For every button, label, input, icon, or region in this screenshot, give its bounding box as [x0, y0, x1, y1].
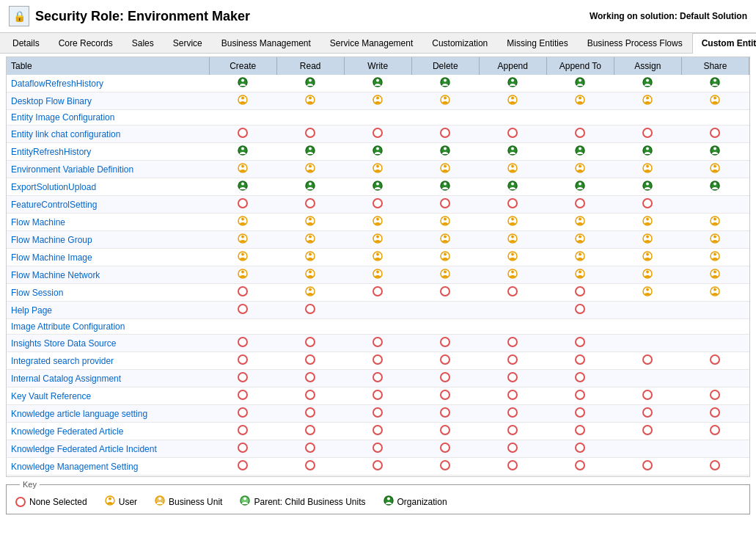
- table-cell-share[interactable]: [681, 319, 749, 335]
- table-cell-assign[interactable]: [614, 319, 681, 335]
- table-cell-append[interactable]: [479, 75, 546, 92]
- table-cell-write[interactable]: [344, 266, 411, 284]
- table-cell-assign[interactable]: [614, 423, 681, 440]
- table-cell-append[interactable]: [479, 458, 546, 476]
- table-cell-name[interactable]: DataflowRefreshHistory: [7, 75, 209, 92]
- table-cell-appendto[interactable]: [546, 110, 614, 125]
- table-cell-name[interactable]: Knowledge Federated Article: [7, 423, 209, 440]
- table-cell-name[interactable]: Flow Machine: [7, 214, 209, 231]
- table-cell-create[interactable]: [209, 458, 276, 476]
- table-cell-read[interactable]: [276, 75, 344, 92]
- table-cell-assign[interactable]: [614, 352, 681, 370]
- table-cell-read[interactable]: [276, 440, 344, 458]
- tab-business-management[interactable]: Business Management: [212, 33, 320, 53]
- table-cell-appendto[interactable]: [546, 249, 614, 266]
- table-cell-read[interactable]: [276, 125, 344, 143]
- table-cell-create[interactable]: [209, 214, 276, 231]
- table-cell-delete[interactable]: [411, 352, 479, 370]
- table-cell-read[interactable]: [276, 178, 344, 196]
- table-cell-create[interactable]: [209, 249, 276, 266]
- table-cell-share[interactable]: [681, 196, 749, 214]
- table-cell-name[interactable]: Insights Store Data Source: [7, 335, 209, 352]
- table-cell-assign[interactable]: [614, 75, 681, 92]
- table-cell-append[interactable]: [479, 440, 546, 458]
- tab-missing-entities[interactable]: Missing Entities: [497, 33, 577, 53]
- table-cell-assign[interactable]: [614, 161, 681, 178]
- table-cell-write[interactable]: [344, 387, 411, 405]
- table-cell-write[interactable]: [344, 458, 411, 476]
- table-cell-create[interactable]: [209, 335, 276, 352]
- table-cell-write[interactable]: [344, 335, 411, 352]
- tab-sales[interactable]: Sales: [122, 33, 164, 53]
- table-cell-assign[interactable]: [614, 284, 681, 302]
- table-cell-delete[interactable]: [411, 319, 479, 335]
- table-cell-read[interactable]: [276, 161, 344, 178]
- table-cell-delete[interactable]: [411, 387, 479, 405]
- table-cell-create[interactable]: [209, 387, 276, 405]
- table-cell-read[interactable]: [276, 266, 344, 284]
- table-cell-write[interactable]: [344, 143, 411, 161]
- table-cell-append[interactable]: [479, 231, 546, 249]
- table-cell-share[interactable]: [681, 370, 749, 387]
- table-cell-read[interactable]: [276, 458, 344, 476]
- table-cell-append[interactable]: [479, 387, 546, 405]
- table-cell-share[interactable]: [681, 423, 749, 440]
- table-cell-appendto[interactable]: [546, 125, 614, 143]
- table-cell-write[interactable]: [344, 405, 411, 423]
- table-cell-read[interactable]: [276, 214, 344, 231]
- table-cell-delete[interactable]: [411, 214, 479, 231]
- table-cell-share[interactable]: [681, 143, 749, 161]
- table-cell-read[interactable]: [276, 335, 344, 352]
- table-cell-appendto[interactable]: [546, 284, 614, 302]
- table-cell-appendto[interactable]: [546, 231, 614, 249]
- table-cell-delete[interactable]: [411, 231, 479, 249]
- table-cell-read[interactable]: [276, 284, 344, 302]
- table-cell-append[interactable]: [479, 266, 546, 284]
- table-cell-read[interactable]: [276, 370, 344, 387]
- table-cell-share[interactable]: [681, 284, 749, 302]
- table-cell-appendto[interactable]: [546, 214, 614, 231]
- table-cell-create[interactable]: [209, 266, 276, 284]
- table-cell-delete[interactable]: [411, 161, 479, 178]
- table-cell-share[interactable]: [681, 440, 749, 458]
- table-cell-share[interactable]: [681, 405, 749, 423]
- table-cell-appendto[interactable]: [546, 161, 614, 178]
- table-cell-name[interactable]: Key Vault Reference: [7, 387, 209, 405]
- table-cell-write[interactable]: [344, 440, 411, 458]
- table-cell-read[interactable]: [276, 423, 344, 440]
- table-cell-assign[interactable]: [614, 302, 681, 319]
- table-cell-append[interactable]: [479, 196, 546, 214]
- tab-customization[interactable]: Customization: [422, 33, 497, 53]
- table-cell-share[interactable]: [681, 214, 749, 231]
- table-cell-write[interactable]: [344, 423, 411, 440]
- table-cell-write[interactable]: [344, 249, 411, 266]
- table-container[interactable]: TableCreateReadWriteDeleteAppendAppend T…: [6, 57, 750, 477]
- table-cell-read[interactable]: [276, 143, 344, 161]
- table-cell-write[interactable]: [344, 214, 411, 231]
- table-cell-appendto[interactable]: [546, 75, 614, 92]
- table-cell-create[interactable]: [209, 143, 276, 161]
- table-cell-appendto[interactable]: [546, 302, 614, 319]
- table-cell-create[interactable]: [209, 405, 276, 423]
- table-cell-delete[interactable]: [411, 143, 479, 161]
- table-cell-delete[interactable]: [411, 249, 479, 266]
- table-cell-name[interactable]: Environment Variable Definition: [7, 161, 209, 178]
- table-cell-delete[interactable]: [411, 423, 479, 440]
- table-cell-write[interactable]: [344, 231, 411, 249]
- table-cell-create[interactable]: [209, 319, 276, 335]
- table-cell-delete[interactable]: [411, 196, 479, 214]
- table-cell-read[interactable]: [276, 405, 344, 423]
- table-cell-delete[interactable]: [411, 405, 479, 423]
- table-cell-read[interactable]: [276, 302, 344, 319]
- table-cell-create[interactable]: [209, 231, 276, 249]
- table-cell-name[interactable]: Flow Machine Network: [7, 266, 209, 284]
- tab-core-records[interactable]: Core Records: [49, 33, 122, 53]
- table-cell-share[interactable]: [681, 458, 749, 476]
- table-cell-assign[interactable]: [614, 125, 681, 143]
- table-cell-write[interactable]: [344, 178, 411, 196]
- table-cell-delete[interactable]: [411, 440, 479, 458]
- table-cell-append[interactable]: [479, 178, 546, 196]
- table-cell-create[interactable]: [209, 75, 276, 92]
- table-cell-append[interactable]: [479, 284, 546, 302]
- table-cell-assign[interactable]: [614, 266, 681, 284]
